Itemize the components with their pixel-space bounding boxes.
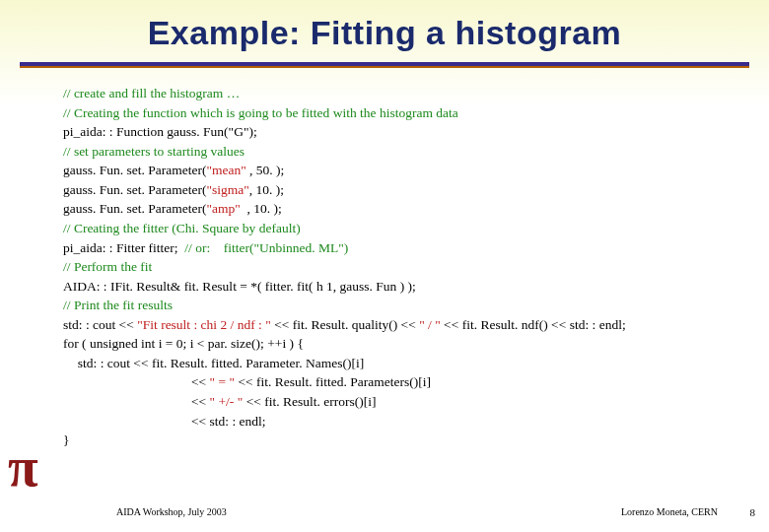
code-line: gauss. Fun. set. Parameter("sigma", 10. … (63, 180, 710, 200)
code-span: gauss. Fun. set. Parameter( (63, 182, 206, 197)
footer: AIDA Workshop, July 2003 Lorenzo Moneta,… (0, 506, 769, 524)
code-line: // Print the fit results (63, 296, 710, 315)
code-span: << (191, 374, 210, 389)
code-span: // or: fitter("Unbinned. ML") (184, 240, 348, 255)
code-span: << fit. Result. ndf() << std: : endl; (441, 317, 626, 332)
code-line: std: : cout << fit. Result. fitted. Para… (63, 354, 710, 373)
code-line: std: : cout << "Fit result : chi 2 / ndf… (63, 315, 710, 335)
code-line: pi_aida: : Fitter fitter; // or: fitter(… (63, 238, 710, 258)
code-line: // create and fill the histogram … (63, 84, 710, 103)
code-span: gauss. Fun. set. Parameter( (63, 201, 206, 216)
code-span: << fit. Result. errors()[i] (243, 394, 376, 409)
code-line: // set parameters to starting values (63, 142, 710, 162)
pi-logo: π (8, 435, 38, 499)
code-span: gauss. Fun. set. Parameter( (63, 163, 206, 177)
code-span: << fit. Result. quality() << (271, 317, 419, 332)
code-line: // Perform the fit (63, 257, 710, 277)
slide-title: Example: Fitting a histogram (0, 0, 769, 52)
code-span: , 50. ); (246, 163, 285, 177)
code-span: , 10. ); (249, 182, 284, 197)
code-line: // Creating the fitter (Chi. Square by d… (63, 219, 710, 238)
code-span: "mean" (206, 163, 245, 177)
code-block: // create and fill the histogram … // Cr… (0, 68, 769, 450)
slide-number: 8 (750, 506, 756, 518)
code-line: gauss. Fun. set. Parameter("mean" , 50. … (63, 161, 710, 180)
code-line: pi_aida: : Function gauss. Fun("G"); (63, 122, 710, 142)
code-line: AIDA: : IFit. Result& fit. Result = *( f… (63, 277, 710, 297)
code-line: gauss. Fun. set. Parameter("amp" , 10. )… (63, 199, 710, 219)
code-span: " = " (210, 374, 235, 389)
code-line: << " +/- " << fit. Result. errors()[i] (63, 392, 710, 412)
code-span: std: : cout << (63, 317, 137, 332)
code-line: << " = " << fit. Result. fitted. Paramet… (63, 372, 710, 392)
code-line: // Creating the function which is going … (63, 103, 710, 123)
code-line: } (63, 431, 710, 450)
code-span: , 10. ); (241, 201, 282, 216)
code-span: "amp" (206, 201, 240, 216)
code-span: "Fit result : chi 2 / ndf : " (137, 317, 271, 332)
code-span: << (191, 394, 210, 409)
footer-author: Lorenzo Moneta, CERN (621, 506, 718, 517)
footer-venue: AIDA Workshop, July 2003 (116, 506, 227, 517)
code-span: " +/- " (210, 394, 244, 409)
code-line: for ( unsigned int i = 0; i < par. size(… (63, 334, 710, 354)
code-span: << fit. Result. fitted. Parameters()[i] (235, 374, 431, 389)
code-span: "sigma" (206, 182, 248, 197)
code-line: << std: : endl; (63, 412, 710, 432)
code-span: " / " (419, 317, 441, 332)
code-span: pi_aida: : Fitter fitter; (63, 240, 184, 255)
